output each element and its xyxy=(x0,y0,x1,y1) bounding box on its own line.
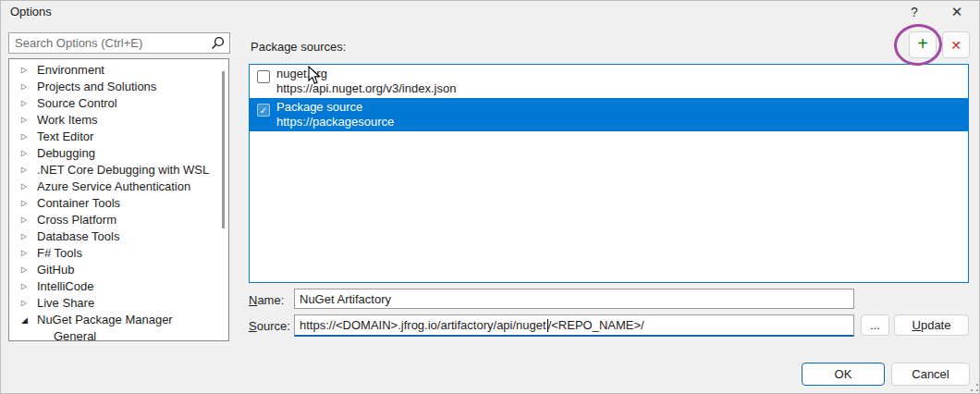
source-row-package-source[interactable]: ✓ Package source https://packagesource xyxy=(250,98,968,131)
source-value-after-caret: /<REPO_NAME>/ xyxy=(548,318,644,332)
collapsed-arrow-icon[interactable]: ▷ xyxy=(21,145,37,162)
tree-scrollbar[interactable] xyxy=(222,71,225,228)
update-button[interactable]: Update xyxy=(894,314,969,336)
source-name: Package source xyxy=(276,100,362,114)
collapsed-arrow-icon[interactable]: ▷ xyxy=(21,262,37,278)
tree-item-debugging[interactable]: ▷Debugging xyxy=(9,145,228,162)
tree-item-label: Source Control xyxy=(37,95,117,112)
tree-item-label: IntelliCode xyxy=(37,278,93,295)
tree-item-environment[interactable]: ▷Environment xyxy=(9,62,228,79)
collapsed-arrow-icon[interactable]: ▷ xyxy=(21,179,37,195)
resize-grip-icon[interactable] xyxy=(976,384,978,386)
tree-item-intellicode[interactable]: ▷IntelliCode xyxy=(9,278,228,295)
checkbox-checked[interactable]: ✓ xyxy=(257,104,270,117)
help-icon[interactable]: ? xyxy=(901,1,927,23)
checkbox-unchecked[interactable] xyxy=(257,70,270,83)
tree-item-projects-and-solutions[interactable]: ▷Projects and Solutions xyxy=(9,79,228,95)
source-url: https://packagesource xyxy=(276,115,394,129)
collapsed-arrow-icon[interactable]: ▷ xyxy=(21,79,37,95)
options-dialog: Options ? ✕ ▷Environment ▷Projects and S… xyxy=(0,0,980,394)
collapsed-arrow-icon[interactable]: ▷ xyxy=(21,195,37,212)
x-icon: ✕ xyxy=(950,38,962,53)
name-value: NuGet Artifactory xyxy=(300,292,391,306)
tree-item-label: Projects and Solutions xyxy=(37,79,156,95)
source-url: https://api.nuget.org/v3/index.json xyxy=(276,81,456,95)
tree-item-label: Debugging xyxy=(37,145,95,162)
tree-item-cross-platform[interactable]: ▷Cross Platform xyxy=(9,212,228,228)
source-value-before-caret: https://<DOMAIN>.jfrog.io/artifactory/ap… xyxy=(300,318,546,332)
tree-item-live-share[interactable]: ▷Live Share xyxy=(9,295,228,312)
tree-item-label: Text Editor xyxy=(37,129,93,145)
close-icon[interactable]: ✕ xyxy=(944,1,970,23)
expanded-arrow-icon[interactable]: ◢ xyxy=(21,312,37,328)
tree-item-text-editor[interactable]: ▷Text Editor xyxy=(9,129,228,145)
name-input[interactable]: NuGet Artifactory xyxy=(294,289,854,309)
tree-item-label: Database Tools xyxy=(37,228,119,245)
source-name: nuget.org xyxy=(276,67,327,80)
tree-item-label: Work Items xyxy=(37,112,98,129)
tree-item-source-control[interactable]: ▷Source Control xyxy=(9,95,228,112)
tree-item-label: Cross Platform xyxy=(37,212,116,228)
tree-item-azure-service-authentication[interactable]: ▷Azure Service Authentication xyxy=(9,179,228,195)
source-row-nuget-org[interactable]: nuget.org https://api.nuget.org/v3/index… xyxy=(250,65,968,98)
collapsed-arrow-icon[interactable]: ▷ xyxy=(21,129,37,145)
tree-item-work-items[interactable]: ▷Work Items xyxy=(9,112,228,129)
search-box xyxy=(8,32,230,54)
tree-item-label: General xyxy=(54,328,96,341)
resize-grip-icon[interactable] xyxy=(976,389,978,391)
browse-button[interactable]: ... xyxy=(861,314,889,336)
tree-item-label: Azure Service Authentication xyxy=(37,179,190,195)
tree-item-label: GitHub xyxy=(37,262,74,278)
collapsed-arrow-icon[interactable]: ▷ xyxy=(21,112,37,129)
plus-icon: + xyxy=(917,33,928,55)
search-input[interactable] xyxy=(9,33,208,53)
tree-item-label: Environment xyxy=(37,62,104,79)
collapsed-arrow-icon[interactable]: ▷ xyxy=(21,295,37,312)
ok-button[interactable]: OK xyxy=(802,363,885,386)
collapsed-arrow-icon[interactable]: ▷ xyxy=(21,278,37,295)
options-tree: ▷Environment ▷Projects and Solutions ▷So… xyxy=(8,58,229,341)
collapsed-arrow-icon[interactable]: ▷ xyxy=(21,245,37,262)
remove-source-button[interactable]: ✕ xyxy=(942,31,970,58)
search-icon[interactable] xyxy=(211,36,225,50)
collapsed-arrow-icon[interactable]: ▷ xyxy=(21,95,37,112)
collapsed-arrow-icon[interactable]: ▷ xyxy=(21,212,37,228)
tree-item-fsharp-tools[interactable]: ▷F# Tools xyxy=(9,245,228,262)
package-sources-label: Package sources: xyxy=(251,40,346,54)
tree-item-net-core-debugging-with-wsl[interactable]: ▷.NET Core Debugging with WSL xyxy=(9,162,228,179)
package-sources-list: nuget.org https://api.nuget.org/v3/index… xyxy=(249,64,969,283)
source-label: Source: xyxy=(249,319,290,333)
tree-item-github[interactable]: ▷GitHub xyxy=(9,262,228,278)
name-label: Name: xyxy=(249,293,284,307)
source-input[interactable]: https://<DOMAIN>.jfrog.io/artifactory/ap… xyxy=(294,314,854,337)
tree-item-label: Live Share xyxy=(37,295,94,312)
update-button-label: Update xyxy=(913,318,951,332)
tree-item-label: .NET Core Debugging with WSL xyxy=(37,162,209,179)
collapsed-arrow-icon[interactable]: ▷ xyxy=(21,162,37,179)
tree-item-label: NuGet Package Manager xyxy=(37,312,173,328)
cancel-button[interactable]: Cancel xyxy=(891,363,970,386)
window-title: Options xyxy=(10,5,52,18)
tree-item-container-tools[interactable]: ▷Container Tools xyxy=(9,195,228,212)
tree-item-database-tools[interactable]: ▷Database Tools xyxy=(9,228,228,245)
tree-item-general[interactable]: General xyxy=(9,328,228,341)
collapsed-arrow-icon[interactable]: ▷ xyxy=(21,228,37,245)
tree-item-label: F# Tools xyxy=(37,245,82,262)
tree-item-nuget-package-manager[interactable]: ◢NuGet Package Manager xyxy=(9,312,228,328)
add-source-button[interactable]: + xyxy=(909,31,937,58)
tree-item-label: Container Tools xyxy=(37,195,120,212)
resize-grip-icon[interactable] xyxy=(971,389,973,391)
collapsed-arrow-icon[interactable]: ▷ xyxy=(21,62,37,79)
